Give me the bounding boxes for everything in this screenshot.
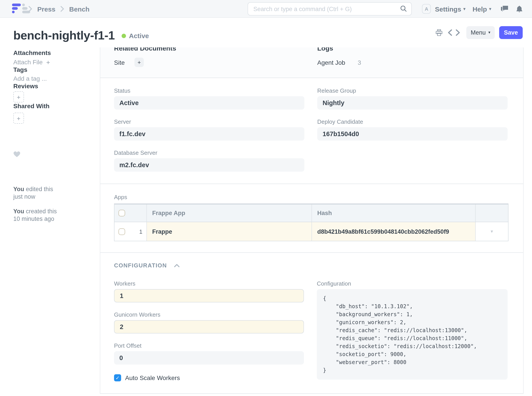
- details-section: Status Active Server f1.fc.dev Database …: [100, 78, 523, 184]
- hash-cell[interactable]: d8b421b49a8bf61c599b048140cbb2062fed50f9: [312, 222, 476, 241]
- caret-down-icon: ▾: [488, 31, 490, 35]
- logs-heading: Logs: [317, 47, 508, 52]
- apps-grid-header: Frappe App Hash: [114, 204, 508, 222]
- server-label: Server: [114, 118, 304, 126]
- add-site-button[interactable]: +: [135, 58, 144, 67]
- port-offset-input[interactable]: 0: [114, 351, 304, 365]
- settings-menu[interactable]: Settings ▾: [435, 5, 465, 13]
- row-checkbox[interactable]: [118, 228, 125, 235]
- breadcrumb: Press Bench: [28, 0, 89, 18]
- app-logo-icon[interactable]: [12, 4, 30, 13]
- release-group-label: Release Group: [317, 87, 508, 94]
- plus-icon: +: [17, 93, 20, 100]
- status-field[interactable]: Active: [114, 96, 304, 110]
- deploy-candidate-label: Deploy Candidate: [317, 118, 508, 126]
- dropdown-triangle-icon: ▼: [490, 229, 494, 233]
- table-row: 1 Frappe d8b421b49a8bf61c599b048140cbb20…: [114, 222, 508, 241]
- field-workers: Workers 1: [114, 280, 304, 303]
- field-port-offset: Port Offset 0: [114, 342, 304, 365]
- status-label: Status: [114, 87, 304, 94]
- navbar-actions: A Settings ▾ Help ▾: [422, 0, 523, 18]
- chevron-right-icon: [60, 6, 64, 12]
- apps-section: Apps Frappe App Hash 1: [100, 184, 523, 253]
- chat-icon[interactable]: [501, 5, 508, 12]
- database-server-label: Database Server: [114, 149, 304, 157]
- menu-button[interactable]: Menu ▾: [466, 26, 495, 39]
- port-offset-label: Port Offset: [114, 342, 304, 349]
- configuration-json-code: { "db_host": "10.1.3.102", "background_w…: [317, 289, 508, 380]
- page-head: bench-nightly-f1-1 Active Menu ▾ Save: [0, 18, 532, 47]
- configuration-section-title[interactable]: CONFIGURATION: [114, 262, 167, 269]
- plus-icon: +: [46, 58, 50, 66]
- save-button[interactable]: Save: [499, 26, 523, 39]
- database-server-field[interactable]: m2.fc.dev: [114, 158, 304, 172]
- field-server: Server f1.fc.dev: [114, 118, 304, 140]
- field-gunicorn-workers: Gunicorn Workers 2: [114, 311, 304, 333]
- print-icon[interactable]: [436, 29, 442, 36]
- check-icon: ✓: [116, 375, 120, 380]
- status-indicator-dot: [121, 34, 126, 38]
- shared-with-heading: Shared With: [13, 102, 91, 110]
- like-heart-icon[interactable]: [13, 151, 91, 159]
- row-number: 1: [139, 228, 142, 235]
- workers-input[interactable]: 1: [114, 289, 304, 303]
- column-header-frappe-app: Frappe App: [147, 204, 312, 222]
- related-doc-site-link[interactable]: Site: [114, 59, 125, 66]
- gunicorn-workers-input[interactable]: 2: [114, 320, 304, 333]
- collapse-chevron-up-icon[interactable]: [174, 264, 180, 268]
- avatar[interactable]: A: [422, 4, 431, 14]
- row-expand-control[interactable]: ▼: [476, 222, 508, 241]
- field-configuration-json: Configuration { "db_host": "10.1.3.102",…: [317, 280, 508, 380]
- agent-job-count: 3: [358, 59, 361, 66]
- plus-icon: +: [17, 115, 20, 122]
- form-body: Related Documents Site + Logs Agent Job …: [100, 47, 524, 394]
- column-header-hash: Hash: [312, 204, 476, 222]
- global-search: [248, 2, 412, 16]
- form-sidebar: Attachments Attach File + Tags Add a tag…: [0, 47, 100, 223]
- auto-scale-label: Auto Scale Workers: [125, 374, 180, 381]
- field-status: Status Active: [114, 87, 304, 110]
- caret-down-icon: ▾: [463, 7, 466, 11]
- navbar: Press Bench A Settings ▾ Help ▾: [0, 0, 532, 18]
- caret-down-icon: ▾: [489, 7, 491, 11]
- app-cell[interactable]: Frappe: [147, 222, 312, 241]
- breadcrumb-item-bench[interactable]: Bench: [69, 5, 90, 13]
- form-dashboard: Related Documents Site + Logs Agent Job …: [100, 47, 523, 78]
- release-group-field[interactable]: Nightly: [317, 96, 508, 110]
- search-icon: [400, 5, 407, 14]
- chevron-right-icon: [28, 6, 32, 12]
- apps-label: Apps: [114, 194, 508, 201]
- plus-icon: +: [137, 59, 141, 66]
- gunicorn-workers-label: Gunicorn Workers: [114, 311, 304, 318]
- status-indicator-label: Active: [129, 32, 149, 40]
- edited-history: You edited this just now: [13, 185, 91, 200]
- page-title: bench-nightly-f1-1: [13, 29, 115, 43]
- field-database-server: Database Server m2.fc.dev: [114, 149, 304, 172]
- workers-label: Workers: [114, 280, 304, 287]
- select-all-checkbox[interactable]: [118, 210, 125, 216]
- apps-grid: Frappe App Hash 1 Frappe d8b421b49a8bf61…: [114, 204, 508, 241]
- related-documents-heading: Related Documents: [114, 47, 304, 52]
- prev-document-icon[interactable]: [448, 29, 452, 36]
- field-release-group: Release Group Nightly: [317, 87, 508, 110]
- attachments-heading: Attachments: [13, 49, 91, 56]
- notifications-bell-icon[interactable]: [516, 5, 523, 13]
- configuration-section: CONFIGURATION Workers 1 Gunicorn Workers: [100, 253, 523, 394]
- field-auto-scale-workers: ✓ Auto Scale Workers: [114, 374, 304, 381]
- add-tag-button[interactable]: Add a tag ...: [13, 75, 91, 82]
- tags-heading: Tags: [13, 66, 91, 73]
- add-share-button[interactable]: +: [13, 113, 24, 124]
- reviews-heading: Reviews: [13, 82, 91, 90]
- auto-scale-checkbox[interactable]: ✓: [114, 374, 121, 381]
- attach-file-button[interactable]: Attach File +: [13, 58, 91, 66]
- server-field[interactable]: f1.fc.dev: [114, 127, 304, 140]
- breadcrumb-item-press[interactable]: Press: [37, 5, 55, 13]
- search-input[interactable]: [248, 2, 412, 16]
- next-document-icon[interactable]: [456, 29, 460, 36]
- agent-job-link[interactable]: Agent Job: [317, 59, 345, 66]
- created-history: You created this 10 minutes ago: [13, 208, 91, 223]
- help-menu[interactable]: Help ▾: [473, 5, 491, 13]
- configuration-json-label: Configuration: [317, 280, 508, 287]
- deploy-candidate-field[interactable]: 167b1504d0: [317, 127, 508, 140]
- add-review-button[interactable]: +: [13, 91, 24, 102]
